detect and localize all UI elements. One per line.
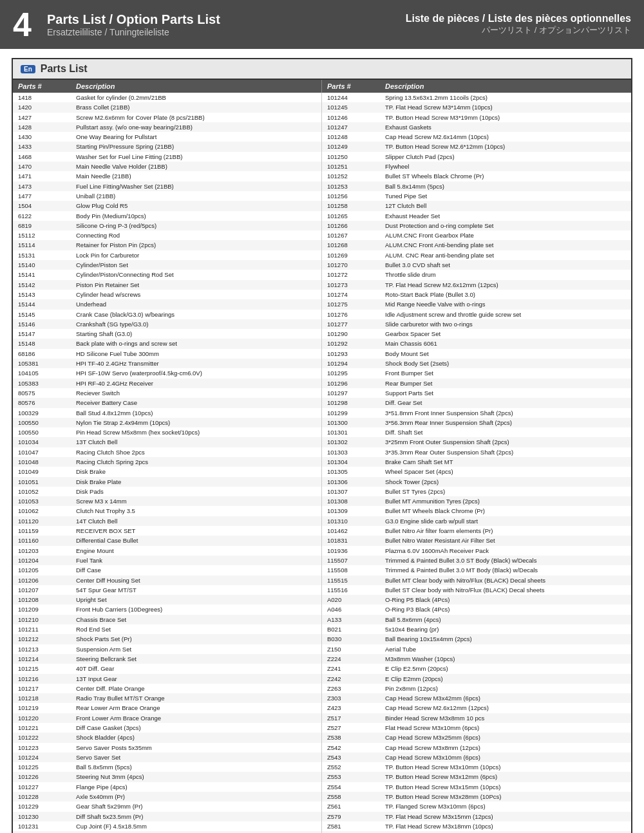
- table-row: 101462Bullet Nitro Air filter foarm elem…: [322, 526, 631, 536]
- part-description: Fuel Tank: [76, 556, 316, 565]
- table-row: 101214Steering Bellcrank Set: [13, 654, 321, 664]
- part-number: 101251: [327, 162, 385, 171]
- table-row: 101274Roto-Start Back Plate (Bullet 3.0): [322, 290, 631, 299]
- table-row: 101249TP. Button Head Screw M2.6*12mm (1…: [322, 142, 631, 151]
- part-description: Ball Bearing 10x15x4mm (2pcs): [385, 635, 626, 643]
- table-row: Z554TP. Button Head Screw M3x15mm (10pcs…: [322, 782, 631, 792]
- table-header: Parts # Description Parts # Description: [13, 80, 631, 93]
- part-number: B030: [327, 635, 385, 643]
- part-description: Servo Saver Set: [76, 753, 316, 762]
- part-description: Steering Nut 3mm (4pcs): [76, 772, 316, 781]
- part-description: 14T Clutch Bell: [76, 517, 316, 525]
- part-number: 101227: [18, 783, 76, 791]
- part-number: 15144: [18, 300, 76, 308]
- part-description: Bullet MT Ammunition Tyres (2pcs): [385, 497, 626, 505]
- table-row: Z558TP. Button Head Screw M3x28mm (10Pcs…: [322, 792, 631, 801]
- page-header: 4 Parts List / Option Parts List Ersatzt…: [0, 0, 644, 49]
- part-description: 40T Diff. Gear: [76, 664, 316, 673]
- part-description: Cap Head Screw M3x25mm (6pcs): [385, 733, 626, 742]
- table-row: 101048Racing Clutch Spring 2pcs: [13, 457, 321, 467]
- part-description: Cylinder/Piston/Connecting Rod Set: [76, 270, 316, 279]
- part-number: A133: [327, 615, 385, 624]
- part-description: Cylinder head w/screws: [76, 290, 316, 299]
- table-row: 101310G3.0 Engine slide carb w/pull star…: [322, 516, 631, 526]
- part-number: 101277: [327, 320, 385, 328]
- table-row: 100550Nylon Tie Strap 2.4x94mm (10pcs): [13, 418, 321, 427]
- part-number: 101274: [327, 290, 385, 299]
- part-number: 1418: [18, 93, 76, 102]
- part-number: 101247: [327, 123, 385, 131]
- table-row: 1473Fuel Line Fitting/Washer Set (21BB): [13, 182, 321, 191]
- part-number: 101203: [18, 547, 76, 555]
- part-description: 54T Spur Gear MT/ST: [76, 586, 316, 594]
- part-number: 1471: [18, 172, 76, 180]
- part-description: Slipper Clutch Pad (2pcs): [385, 153, 626, 161]
- part-description: Bullet Nitro Water Resistant Air Filter …: [385, 536, 626, 545]
- table-row: 101217Center Diff. Plate Orange: [13, 684, 321, 693]
- table-row: 1504Glow Plug Cold R5: [13, 201, 321, 211]
- table-row: 15143Cylinder head w/screws: [13, 290, 321, 299]
- part-description: Diff. Shaft Set: [385, 428, 626, 436]
- left-table-col: 1418Gasket for cylinder (0.2mm/21BB1420B…: [13, 93, 322, 833]
- table-row: 80576Receiver Battery Case: [13, 398, 321, 407]
- part-number: 101228: [18, 792, 76, 801]
- part-description: Shock Parts Set (Pr): [76, 635, 316, 643]
- part-description: Gasket for cylinder (0.2mm/21BB: [76, 93, 316, 102]
- part-number: 101223: [18, 744, 76, 752]
- part-number: 101226: [18, 772, 76, 781]
- table-row: Z263Pin 2x8mm (12pcs): [322, 684, 631, 693]
- header-title-de: Ersatzteililiste / Tuningteileliste: [47, 27, 393, 37]
- table-row: 115507Trimmed & Painted Bullet 3.0 ST Bo…: [322, 556, 631, 565]
- parts-section: En Parts List Parts # Description Parts …: [12, 58, 632, 833]
- table-row: 101228Axle 5x40mm (Pr): [13, 792, 321, 801]
- part-description: 12T Clutch Bell: [385, 201, 626, 210]
- part-description: Main Chassis 6061: [385, 339, 626, 348]
- part-description: TP. Button Head Screw M3*19mm (10pcs): [385, 113, 626, 122]
- part-number: Z579: [327, 812, 385, 821]
- table-row: 100329Ball Stud 4.8x12mm (10pcs): [13, 408, 321, 418]
- table-row: 101047Racing Clutch Shoe 2pcs: [13, 447, 321, 457]
- part-number: 101053: [18, 497, 76, 505]
- part-description: Center Diff. Plate Orange: [76, 684, 316, 693]
- part-description: ALUM.CNC Front Anti-bending plate set: [385, 241, 626, 249]
- table-row: 1471Main Needle (21BB): [13, 171, 321, 181]
- table-row: Z579TP. Flat Head Screw M3x15mm (12pcs): [322, 812, 631, 821]
- table-row: 101272Throttle slide drum: [322, 270, 631, 279]
- part-number: 15147: [18, 330, 76, 338]
- part-description: Tuned Pipe Set: [385, 192, 626, 200]
- part-description: Retainer for Piston Pin (2pcs): [76, 241, 316, 249]
- table-row: 1427Screw M2.6x6mm for Cover Plate (8 pc…: [13, 113, 321, 122]
- part-number: B021: [327, 625, 385, 633]
- table-row: 101223Servo Saver Posts 5x35mm: [13, 743, 321, 753]
- part-description: Binder Head Screw M3x8mm 10 pcs: [385, 714, 626, 722]
- part-description: Main Needle (21BB): [76, 172, 316, 180]
- part-description: E Clip E2mm (20pcs): [385, 675, 626, 683]
- part-description: Trimmed & Painted Bullet 3.0 MT Body (Bl…: [385, 566, 626, 574]
- part-number: 101304: [327, 458, 385, 466]
- part-number: 101051: [18, 478, 76, 486]
- part-description: TP. Button Head Screw M3x28mm (10Pcs): [385, 792, 626, 801]
- part-number: Z552: [327, 763, 385, 771]
- part-description: Ball 5.8x6mm (4pcs): [385, 615, 626, 624]
- part-number: 101160: [18, 536, 76, 545]
- part-number: 15114: [18, 241, 76, 249]
- table-row: 101245TP. Flat Head Screw M3*14mm (10pcs…: [322, 102, 631, 112]
- part-description: 3*56.3mm Rear Inner Suspension Shaft (2p…: [385, 418, 626, 427]
- part-number: 101302: [327, 438, 385, 446]
- table-row: 101307Bullet ST Tyres (2pcs): [322, 487, 631, 496]
- table-row: 101244Spring 13.5x63x1.2mm 11coils (2pcs…: [322, 93, 631, 102]
- table-row: 101277Slide carburetor with two o-rings: [322, 319, 631, 329]
- table-row: 101052Disk Pads: [13, 487, 321, 496]
- part-description: Cap Head Screw M3x10mm (6pcs): [385, 753, 626, 762]
- part-description: Shock Body Set (2sets): [385, 359, 626, 368]
- part-number: 101034: [18, 438, 76, 446]
- part-description: TP. Button Head Screw M3x10mm (10pcs): [385, 763, 626, 771]
- table-row: 101203Engine Mount: [13, 546, 321, 556]
- table-row: 1477Uniball (21BB): [13, 191, 321, 201]
- left-parts-desc-header: Description: [76, 82, 316, 90]
- part-number: 101297: [327, 389, 385, 397]
- header-title-jp: パーツリスト / オプションパーツリスト: [406, 24, 631, 36]
- table-row: Z553TP. Button Head Screw M3x12mm (6pcs): [322, 772, 631, 782]
- part-description: ALUM. CNC Rear anti-bending plate set: [385, 251, 626, 259]
- right-parts-num-header: Parts #: [327, 82, 385, 90]
